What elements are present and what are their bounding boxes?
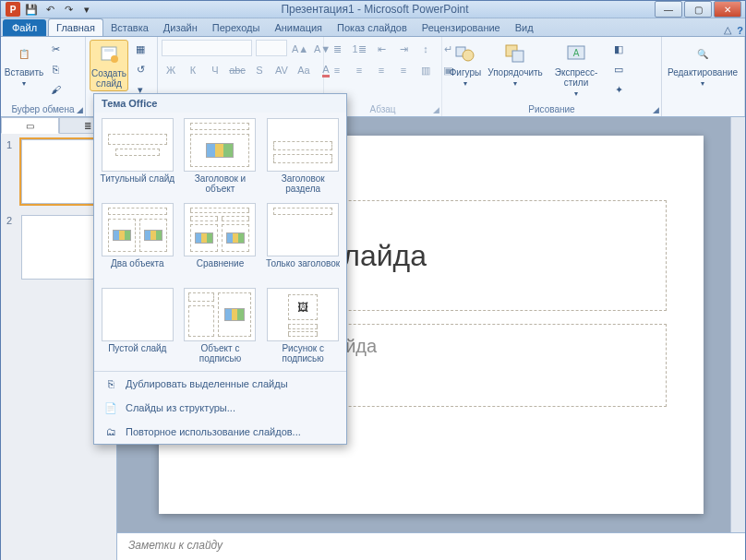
svg-rect-1 — [104, 49, 114, 52]
outline-icon: 📄 — [103, 400, 118, 415]
svg-point-4 — [463, 50, 474, 61]
tab-view[interactable]: Вид — [508, 19, 541, 36]
redo-button[interactable]: ↷ — [60, 1, 77, 18]
picture-icon: 🖼 — [297, 301, 308, 314]
align-center[interactable]: ≡ — [350, 61, 368, 79]
close-button[interactable]: ✕ — [714, 1, 741, 18]
content-icon — [195, 232, 213, 244]
copy-button[interactable]: ⎘ — [46, 60, 65, 78]
layout-content-caption[interactable]: Объект с подписью — [179, 284, 262, 369]
clipboard-icon: 📋 — [12, 42, 36, 66]
qat-customize[interactable]: ▾ — [78, 1, 95, 18]
tab-review[interactable]: Рецензирование — [415, 19, 508, 36]
content-icon — [224, 308, 245, 321]
font-face-select[interactable] — [162, 40, 252, 56]
svg-point-2 — [111, 55, 118, 63]
align-left[interactable]: ≡ — [328, 61, 346, 79]
italic-button[interactable]: К — [184, 61, 202, 79]
reuse-slides-item[interactable]: 🗂 Повторное использование слайдов... — [94, 420, 346, 444]
titlebar: P 💾 ↶ ↷ ▾ Презентация1 - Microsoft Power… — [1, 1, 745, 18]
new-slide-icon — [97, 42, 121, 66]
window-controls: — ▢ ✕ — [655, 1, 741, 18]
layout-title-content[interactable]: Заголовок и объект — [179, 114, 262, 199]
columns-button[interactable]: ▥ — [416, 61, 435, 79]
arrange-button[interactable]: Упорядочить▾ — [487, 40, 543, 89]
indent-dec[interactable]: ⇤ — [372, 40, 391, 58]
group-clipboard: 📋 Вставить ▾ ✂ ⎘ 🖌 Буфер обмена◢ — [1, 37, 86, 116]
content-icon — [226, 232, 245, 244]
window-title: Презентация1 - Microsoft PowerPoint — [95, 3, 655, 16]
text-direction[interactable]: ↵ — [439, 40, 457, 58]
layout-picture-caption[interactable]: 🖼 Рисунок с подписью — [261, 284, 344, 369]
arrange-icon — [503, 42, 527, 66]
tab-transitions[interactable]: Переходы — [205, 19, 268, 36]
underline-button[interactable]: Ч — [206, 61, 224, 79]
tab-insert[interactable]: Вставка — [103, 19, 156, 36]
undo-button[interactable]: ↶ — [42, 1, 58, 18]
ribbon-tabs: Файл Главная Вставка Дизайн Переходы Ани… — [1, 18, 745, 37]
shape-effects[interactable]: ✦ — [609, 80, 628, 99]
content-icon — [144, 230, 162, 241]
reuse-icon: 🗂 — [103, 424, 118, 439]
notes-pane[interactable]: Заметки к слайду — [117, 532, 745, 560]
shape-fill[interactable]: ◧ — [609, 40, 628, 58]
layout-section-header[interactable]: Заголовок раздела — [261, 114, 344, 199]
app-window: P 💾 ↶ ↷ ▾ Презентация1 - Microsoft Power… — [0, 0, 746, 560]
paste-button[interactable]: 📋 Вставить ▾ — [5, 40, 43, 89]
spacing-button[interactable]: AV — [272, 61, 291, 79]
align-right[interactable]: ≡ — [372, 61, 391, 79]
bold-button[interactable]: Ж — [162, 61, 180, 79]
duplicate-slides-item[interactable]: ⎘ Дублировать выделенные слайды — [94, 372, 346, 396]
new-slide-button[interactable]: Создать слайд — [90, 40, 128, 91]
reset-button[interactable]: ↺ — [131, 60, 150, 78]
format-painter-button[interactable]: 🖌 — [46, 80, 65, 99]
case-button[interactable]: Aa — [295, 61, 313, 79]
bullets-button[interactable]: ≣ — [328, 40, 346, 58]
layout-gallery: Тема Office Титульный слайд Заголовок и … — [93, 93, 347, 445]
minimize-button[interactable]: — — [655, 1, 682, 18]
content-icon — [206, 143, 234, 158]
slides-from-outline-item[interactable]: 📄 Слайды из структуры... — [94, 396, 346, 420]
content-icon — [113, 230, 131, 241]
maximize-button[interactable]: ▢ — [684, 1, 712, 18]
ribbon-minimize[interactable]: △ — [724, 24, 731, 36]
tab-slideshow[interactable]: Показ слайдов — [330, 19, 415, 36]
help-button[interactable]: ? — [737, 25, 743, 36]
line-spacing[interactable]: ↕ — [416, 40, 435, 58]
smartart-button[interactable]: ▣ — [439, 61, 457, 79]
clipboard-launcher[interactable]: ◢ — [77, 105, 83, 114]
layout-title-only[interactable]: Только заголовок — [261, 199, 344, 284]
drawing-launcher[interactable]: ◢ — [653, 105, 659, 114]
shape-outline[interactable]: ▭ — [609, 60, 628, 78]
duplicate-icon: ⎘ — [103, 376, 118, 391]
editing-button[interactable]: 🔍 Редактирование▾ — [666, 40, 740, 89]
thumbnails-tab[interactable]: ▭ — [1, 117, 59, 134]
numbering-button[interactable]: 1≣ — [350, 40, 368, 58]
cut-button[interactable]: ✂ — [46, 40, 65, 58]
file-tab[interactable]: Файл — [3, 19, 46, 36]
styles-icon: A — [564, 42, 588, 66]
grow-font[interactable]: A▲ — [291, 40, 309, 58]
tab-home[interactable]: Главная — [48, 18, 103, 36]
strike-button[interactable]: abc — [228, 61, 247, 79]
vertical-scrollbar[interactable] — [730, 117, 745, 532]
quick-styles-button[interactable]: A Экспресс-стили▾ — [546, 40, 607, 100]
shadow-button[interactable]: S — [250, 61, 269, 79]
indent-inc[interactable]: ⇥ — [394, 40, 413, 58]
layout-two-content[interactable]: Два объекта — [96, 199, 179, 284]
group-drawing: Фигуры▾ Упорядочить▾ A Экспресс-стили▾ ◧ — [442, 37, 662, 116]
align-justify[interactable]: ≡ — [394, 61, 413, 79]
paragraph-launcher[interactable]: ◢ — [433, 105, 439, 114]
layout-blank[interactable]: Пустой слайд — [96, 284, 179, 369]
layout-comparison[interactable]: Сравнение — [179, 199, 262, 284]
font-size-select[interactable] — [256, 40, 287, 56]
group-editing: 🔍 Редактирование▾ — [662, 37, 745, 116]
quick-access-toolbar: P 💾 ↶ ↷ ▾ — [5, 1, 95, 18]
save-button[interactable]: 💾 — [23, 1, 40, 18]
tab-animation[interactable]: Анимация — [267, 19, 330, 36]
gallery-header: Тема Office — [94, 94, 346, 113]
find-icon: 🔍 — [691, 42, 715, 66]
tab-design[interactable]: Дизайн — [156, 19, 205, 36]
layout-button[interactable]: ▦ — [131, 40, 150, 58]
layout-title-slide[interactable]: Титульный слайд — [96, 114, 179, 199]
